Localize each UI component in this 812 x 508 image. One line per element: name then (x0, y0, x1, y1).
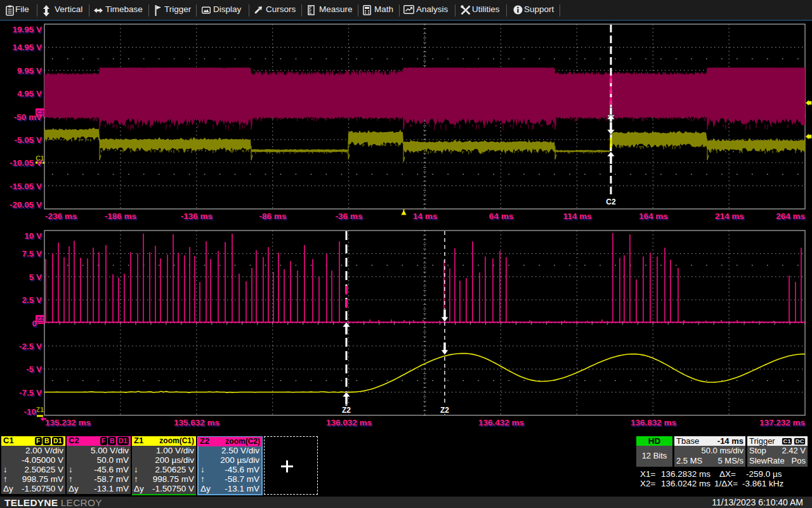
svg-text:Z2: Z2 (36, 315, 43, 322)
svg-text:Z2: Z2 (342, 406, 351, 415)
svg-text:C2: C2 (606, 197, 616, 206)
svg-text:Z1: Z1 (36, 406, 44, 413)
svg-text:Z2: Z2 (440, 406, 449, 415)
